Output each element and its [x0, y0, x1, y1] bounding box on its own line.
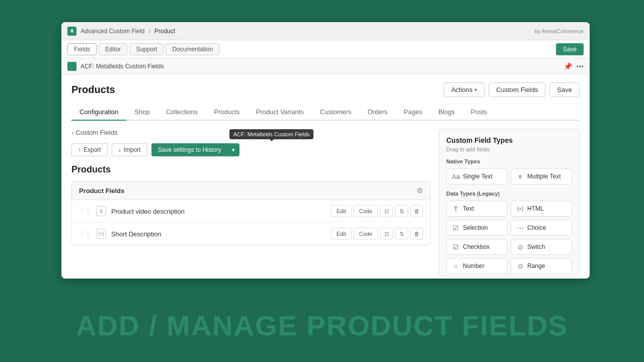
type-choice[interactable]: ⋯ Choice: [511, 220, 572, 236]
actions-chevron-icon: ▾: [474, 87, 477, 93]
tab-fields[interactable]: Fields: [67, 43, 97, 55]
choice-label: Choice: [527, 224, 546, 231]
more-icon[interactable]: •••: [576, 62, 584, 70]
toolbar: ↑ Export ↓ Import ACF: Metafields Custom…: [71, 143, 431, 156]
selection-label: Selection: [463, 224, 488, 231]
panel-subtitle: Drag to add fields: [446, 146, 572, 152]
type-selection[interactable]: ☑ Selection: [446, 220, 508, 236]
delete-icon-1[interactable]: 🗑: [410, 228, 423, 240]
save-button-top[interactable]: Save: [556, 43, 584, 55]
checkbox-label: Checkbox: [463, 243, 490, 250]
type-switch[interactable]: ⊙ Switch: [511, 239, 572, 255]
tab-blogs[interactable]: Blogs: [430, 104, 463, 121]
number-label: Number: [463, 262, 485, 269]
export-icon: ↑: [78, 146, 81, 153]
import-button[interactable]: ↓ Import: [112, 143, 147, 156]
drag-handle-icon[interactable]: ⋮⋮: [79, 230, 91, 237]
tab-navigation: Configuration Shop Collections Products …: [71, 104, 580, 121]
edit-button-1[interactable]: Edit: [331, 228, 352, 240]
fields-card-settings-icon[interactable]: ⚙: [417, 187, 423, 195]
content-area: ‹ Custom Fields ↑ Export ↓ Import: [71, 129, 580, 277]
code-button-0[interactable]: Code: [354, 205, 378, 217]
legacy-types-label: Data Types (Legacy): [446, 191, 572, 197]
selection-icon: ☑: [452, 224, 460, 232]
by-label: by ArenaCommerce: [535, 28, 584, 34]
field-name: Product video description: [111, 208, 326, 215]
table-row: ⋮⋮ {+} Short Description Edit Code ⊡ ⇅ 🗑: [72, 223, 430, 245]
text-icon: T: [452, 205, 460, 213]
type-text[interactable]: T Text: [446, 201, 508, 217]
type-single-text[interactable]: Aa Single Text: [446, 168, 508, 185]
section-title: Products: [71, 164, 431, 175]
pin-icon[interactable]: 📌: [564, 62, 572, 70]
tab-shop[interactable]: Shop: [126, 104, 157, 121]
html-label: HTML: [527, 205, 544, 212]
type-number[interactable]: ○ Number: [446, 258, 508, 274]
tab-customers[interactable]: Customers: [312, 104, 360, 121]
left-panel: ‹ Custom Fields ↑ Export ↓ Import: [71, 129, 431, 277]
type-multiple-text[interactable]: ≡ Multiple Text: [511, 168, 572, 185]
tab-editor[interactable]: Editor: [99, 43, 127, 55]
main-content: Products Actions ▾ Custom Fields Save Co…: [61, 74, 590, 279]
save-history-chevron[interactable]: ▾: [227, 143, 239, 156]
field-name: Short Description: [111, 230, 326, 238]
right-panel: Custom Field Types Drag to add fields Na…: [439, 129, 580, 277]
copy-icon-0[interactable]: ⊡: [380, 205, 393, 217]
switch-icon: ⊙: [516, 243, 524, 251]
tab-product-variants[interactable]: Product Variants: [248, 104, 312, 121]
edit-button-0[interactable]: Edit: [331, 205, 352, 217]
switch-label: Switch: [527, 243, 545, 250]
move-icon-0[interactable]: ⇅: [395, 205, 408, 217]
import-icon: ↓: [118, 146, 121, 153]
import-label: Import: [124, 146, 141, 153]
back-link-label: Custom Fields: [75, 129, 117, 136]
text-label: Text: [463, 205, 474, 212]
tab-support[interactable]: Support: [129, 43, 164, 55]
html-icon: {+}: [516, 205, 524, 213]
copy-icon-1[interactable]: ⊡: [380, 228, 393, 240]
code-button-1[interactable]: Code: [354, 228, 378, 240]
export-button[interactable]: ↑ Export: [71, 143, 108, 156]
breadcrumb-current: Product: [154, 28, 175, 35]
breadcrumb-app: Advanced Custom Field: [80, 28, 144, 35]
tab-configuration[interactable]: Configuration: [71, 104, 126, 121]
tab-documentation[interactable]: Documentation: [166, 43, 219, 55]
actions-label: Actions: [451, 86, 473, 94]
save-history-button[interactable]: Save settings to History: [151, 143, 227, 156]
save-button[interactable]: Save: [549, 82, 580, 97]
fields-card-header: Product Fields ⚙: [72, 182, 430, 200]
fields-card-title: Product Fields: [79, 187, 124, 195]
bottom-headline: ADD / MANAGE PRODUCT FIELDS: [0, 309, 644, 342]
type-html[interactable]: {+} HTML: [511, 201, 572, 217]
delete-icon-0[interactable]: 🗑: [410, 205, 423, 217]
browser-window: A Advanced Custom Field / Product by Are…: [61, 22, 590, 279]
actions-button[interactable]: Actions ▾: [444, 82, 485, 97]
nav-tab-right-area: Save: [556, 43, 584, 55]
tab-collections[interactable]: Collections: [158, 104, 206, 121]
single-text-label: Single Text: [463, 173, 492, 180]
tab-posts[interactable]: Posts: [463, 104, 496, 121]
tab-orders[interactable]: Orders: [360, 104, 396, 121]
type-checkbox[interactable]: ☑ Checkbox: [446, 239, 508, 255]
sub-bar-icons: 📌 •••: [564, 62, 584, 70]
page-title: Products: [71, 84, 115, 96]
breadcrumb-sep: /: [148, 28, 150, 35]
single-text-icon: Aa: [452, 172, 460, 180]
custom-fields-button[interactable]: Custom Fields: [489, 82, 545, 97]
top-bar: A Advanced Custom Field / Product by Are…: [61, 22, 590, 40]
move-icon-1[interactable]: ⇅: [395, 228, 408, 240]
tab-products[interactable]: Products: [206, 104, 248, 121]
native-types-grid: Aa Single Text ≡ Multiple Text: [446, 168, 572, 185]
field-actions: Edit Code ⊡ ⇅ 🗑: [331, 205, 423, 217]
sub-bar-title: ACF: Metafields Custom Fields: [80, 63, 164, 70]
type-range[interactable]: ⊙ Range: [511, 258, 572, 274]
field-actions: Edit Code ⊡ ⇅ 🗑: [331, 228, 423, 240]
range-label: Range: [527, 262, 545, 269]
export-label: Export: [84, 146, 101, 153]
app-icon: A: [67, 27, 76, 36]
panel-title: Custom Field Types: [446, 136, 572, 144]
nav-tabs-bar: Fields Editor Support Documentation Save: [61, 40, 590, 58]
choice-icon: ⋯: [516, 224, 524, 232]
tab-pages[interactable]: Pages: [395, 104, 430, 121]
drag-handle-icon[interactable]: ⋮⋮: [79, 208, 91, 215]
